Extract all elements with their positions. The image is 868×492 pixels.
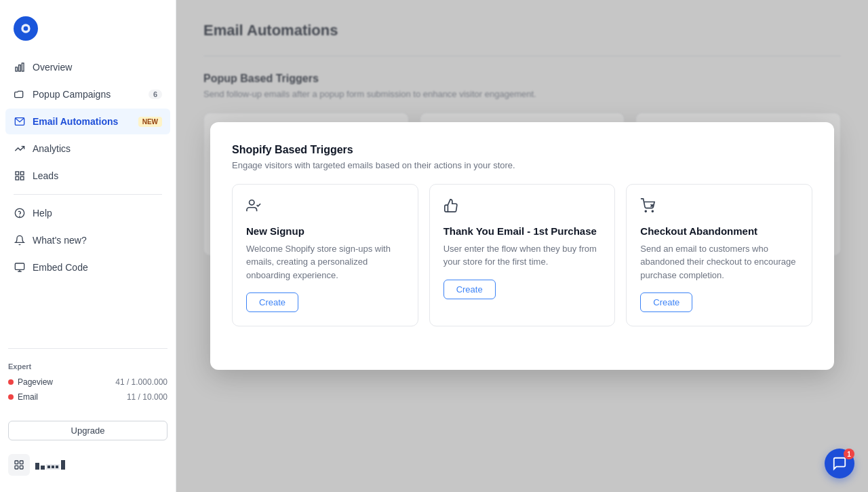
nav-divider (14, 194, 162, 195)
card-title: New Signup (246, 225, 404, 237)
sidebar-item-email-automations[interactable]: Email Automations NEW (5, 109, 170, 134)
pageview-label: Pageview (18, 377, 53, 387)
svg-point-1 (24, 26, 28, 31)
user-check-icon (246, 198, 404, 217)
sidebar-item-analytics[interactable]: Analytics (5, 136, 170, 162)
chat-icon-small[interactable] (8, 454, 30, 476)
svg-rect-14 (20, 461, 23, 464)
card-title: Thank You Email - 1st Purchase (443, 225, 601, 237)
svg-rect-15 (15, 466, 18, 469)
sidebar-item-label: Leads (33, 170, 58, 181)
sidebar-item-overview[interactable]: Overview (5, 54, 170, 80)
shopify-desc: Engage visitors with targeted emails bas… (232, 160, 812, 170)
card-title: Checkout Abandonment (640, 225, 798, 237)
popup-campaigns-count: 6 (149, 90, 162, 99)
chat-bubble-button[interactable]: 1 (825, 449, 854, 478)
svg-rect-13 (15, 461, 18, 464)
logo-area (0, 11, 176, 54)
sidebar-item-label: Help (33, 208, 52, 219)
card-checkout-abandonment: Checkout Abandonment Send an email to cu… (626, 184, 812, 327)
leads-icon (14, 170, 26, 182)
new-badge: NEW (138, 117, 162, 127)
svg-point-19 (646, 210, 647, 212)
shopify-triggers-modal: Shopify Based Triggers Engage visitors w… (210, 122, 834, 371)
pageview-usage-row: Pageview 41 / 1.000.000 (8, 377, 167, 387)
sidebar-item-label: Embed Code (33, 262, 88, 273)
svg-point-18 (250, 200, 254, 205)
svg-rect-9 (20, 176, 24, 180)
main-nav: Overview Popup Campaigns 6 Email Automat… (0, 54, 176, 343)
app-logo[interactable] (14, 16, 38, 41)
svg-rect-7 (20, 172, 24, 175)
card-desc: Send an email to customers who abandoned… (640, 242, 798, 282)
pageview-dot (8, 379, 14, 385)
sidebar: Overview Popup Campaigns 6 Email Automat… (0, 0, 176, 492)
sidebar-item-popup-campaigns[interactable]: Popup Campaigns 6 (5, 81, 170, 107)
svg-rect-6 (16, 172, 19, 175)
chat-icon (832, 456, 847, 471)
sidebar-item-label: Popup Campaigns (33, 89, 111, 100)
card-thank-you: Thank You Email - 1st Purchase User ente… (429, 184, 616, 327)
email-label: Email (18, 392, 38, 402)
svg-point-11 (20, 216, 20, 216)
folder-icon (14, 88, 26, 100)
svg-rect-2 (16, 67, 18, 71)
pageview-value: 41 / 1.000.000 (115, 377, 167, 387)
svg-rect-16 (20, 466, 23, 469)
sidebar-item-label: Analytics (33, 143, 71, 154)
shopify-heading: Shopify Based Triggers (232, 144, 812, 156)
email-value: 11 / 10.000 (127, 392, 167, 402)
help-icon (14, 207, 26, 219)
upgrade-button[interactable]: Upgrade (8, 421, 167, 440)
chat-notification-badge: 1 (844, 449, 854, 459)
svg-rect-4 (22, 63, 24, 71)
expert-label: Expert (8, 362, 167, 371)
modal-overlay: Shopify Based Triggers Engage visitors w… (176, 0, 868, 492)
sidebar-item-whats-new[interactable]: What's new? (5, 227, 170, 253)
email-dot (8, 394, 14, 400)
email-usage-row: Email 11 / 10.000 (8, 392, 167, 402)
trending-icon (14, 143, 26, 155)
sidebar-item-help[interactable]: Help (5, 200, 170, 226)
pixel-art-decoration (35, 460, 65, 470)
email-icon (14, 115, 26, 128)
create-abandonment-button[interactable]: Create (640, 292, 692, 312)
main-content: Email Automations Popup Based Triggers S… (176, 0, 868, 492)
sidebar-item-label: Email Automations (33, 116, 118, 127)
create-thankyou-button[interactable]: Create (443, 280, 496, 299)
card-desc: User enter the flow when they buy from y… (443, 242, 601, 269)
sidebar-item-leads[interactable]: Leads (5, 163, 170, 189)
card-new-signup: New Signup Welcome Shopify store sign-up… (232, 184, 418, 327)
cart-remove-icon (640, 198, 798, 217)
svg-rect-8 (16, 176, 19, 180)
bar-chart-icon (14, 61, 26, 73)
bottom-divider (8, 348, 167, 349)
sidebar-chat-row (0, 449, 176, 481)
shopify-cards-grid: New Signup Welcome Shopify store sign-up… (232, 184, 812, 327)
svg-rect-3 (19, 65, 21, 71)
sidebar-item-label: Overview (33, 62, 72, 73)
svg-point-20 (652, 210, 654, 212)
sidebar-item-embed-code[interactable]: Embed Code (5, 254, 170, 280)
embed-icon (14, 261, 26, 273)
bell-icon (14, 234, 26, 246)
card-desc: Welcome Shopify store sign-ups with emai… (246, 242, 404, 282)
create-signup-button[interactable]: Create (246, 292, 298, 312)
svg-rect-12 (15, 263, 24, 269)
thumbsup-icon (443, 198, 601, 217)
expert-section: Expert Pageview 41 / 1.000.000 Email 11 … (0, 354, 176, 415)
sidebar-item-label: What's new? (33, 235, 87, 246)
